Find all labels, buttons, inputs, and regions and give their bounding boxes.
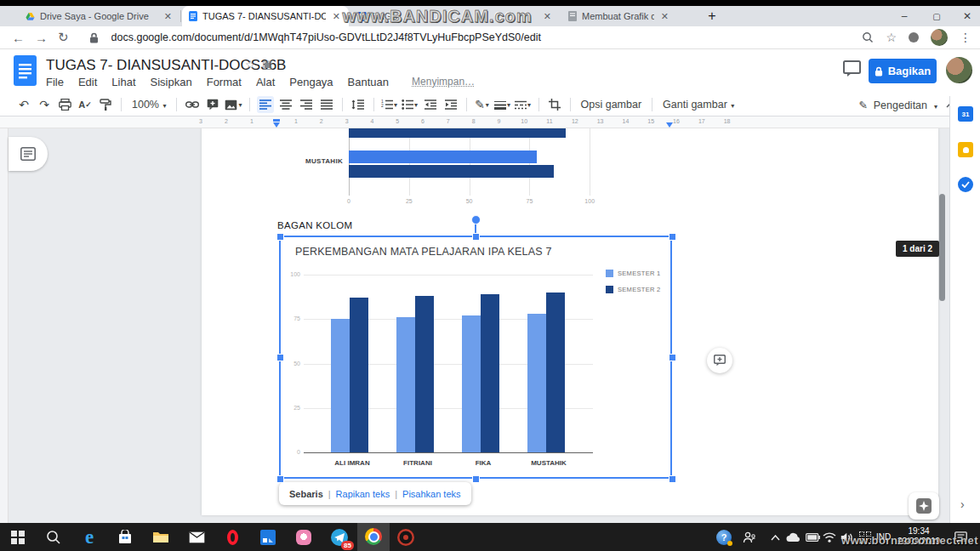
- align-left-icon[interactable]: [257, 96, 274, 113]
- menu-alat[interactable]: Alat: [256, 76, 275, 88]
- comment-icon[interactable]: [843, 60, 861, 77]
- store-icon[interactable]: [114, 526, 136, 548]
- selection-handle[interactable]: [276, 233, 284, 241]
- keep-icon[interactable]: [958, 142, 973, 157]
- restore-button[interactable]: ▢: [924, 7, 949, 26]
- share-button[interactable]: Bagikan: [869, 59, 937, 83]
- get-help-tray-icon[interactable]: ?: [713, 526, 735, 548]
- save-status[interactable]: Menyimpan…: [412, 76, 475, 88]
- border-weight-icon[interactable]: ▾: [494, 96, 511, 113]
- close-tab-icon[interactable]: ✕: [659, 11, 670, 22]
- add-comment-floating-button[interactable]: [707, 348, 732, 373]
- menu-format[interactable]: Format: [207, 76, 242, 88]
- selection-handle[interactable]: [276, 475, 284, 483]
- paint-format-icon[interactable]: [97, 96, 114, 113]
- selection-handle[interactable]: [669, 354, 676, 361]
- add-comment-icon[interactable]: [204, 96, 221, 113]
- menu-file[interactable]: File: [46, 76, 64, 88]
- selection-handle[interactable]: [276, 354, 284, 361]
- rotation-handle[interactable]: [471, 215, 481, 224]
- file-explorer-icon[interactable]: [150, 526, 172, 548]
- close-tab-icon[interactable]: ✕: [162, 11, 174, 22]
- insert-image-icon[interactable]: ▾: [225, 96, 242, 113]
- document-page[interactable]: 0255075100MUSTAHIK BAGAN KOLOM PERKEMBAN…: [202, 128, 938, 515]
- edge-icon[interactable]: e: [78, 526, 100, 548]
- bookmark-star-icon[interactable]: ☆: [886, 31, 897, 44]
- selected-chart-image[interactable]: PERKEMBANGAN MATA PELAJARAN IPA KELAS 71…: [279, 236, 672, 479]
- undo-icon[interactable]: ↶: [15, 96, 32, 113]
- left-indent-marker[interactable]: [273, 122, 280, 128]
- bandicam-record-icon[interactable]: [395, 526, 417, 548]
- back-icon[interactable]: ←: [12, 31, 25, 45]
- layout-wrap-option[interactable]: Rapikan teks: [336, 489, 390, 499]
- chrome-menu-icon[interactable]: ⋮: [960, 31, 971, 44]
- align-center-icon[interactable]: [277, 96, 294, 113]
- insert-link-icon[interactable]: [184, 96, 201, 113]
- decrease-indent-icon[interactable]: [422, 96, 439, 113]
- right-indent-marker[interactable]: [666, 122, 673, 128]
- calendar-icon[interactable]: 31: [958, 106, 973, 122]
- reload-icon[interactable]: ↻: [58, 30, 69, 45]
- selection-handle[interactable]: [669, 233, 676, 241]
- layout-break-option[interactable]: Pisahkan teks: [402, 489, 460, 499]
- selection-handle[interactable]: [669, 475, 676, 483]
- app-icon-pink[interactable]: [293, 526, 315, 548]
- forward-icon[interactable]: →: [35, 31, 48, 45]
- new-tab-button[interactable]: +: [699, 7, 725, 26]
- redo-icon[interactable]: ↷: [36, 96, 53, 113]
- line-spacing-icon[interactable]: [350, 96, 367, 113]
- layout-inline-option[interactable]: Sebaris: [289, 489, 323, 499]
- print-icon[interactable]: [56, 96, 73, 113]
- search-icon[interactable]: [43, 526, 65, 548]
- close-button[interactable]: ✕: [954, 7, 980, 26]
- document-canvas[interactable]: 0255075100MUSTAHIK BAGAN KOLOM PERKEMBAN…: [0, 128, 949, 523]
- image-options-button[interactable]: Opsi gambar: [581, 99, 642, 111]
- tasks-icon[interactable]: [958, 177, 973, 192]
- border-color-pen-icon[interactable]: ✎▾: [474, 96, 491, 113]
- numbered-list-icon[interactable]: 12▾: [381, 96, 398, 113]
- border-dash-icon[interactable]: ▾: [515, 96, 532, 113]
- zoom-icon[interactable]: [862, 31, 874, 43]
- screen: Drive Saya - Google Drive ✕ TUGAS 7- DIA…: [0, 0, 980, 551]
- menu-bantuan[interactable]: Bantuan: [348, 76, 389, 88]
- url-text[interactable]: docs.google.com/document/d/1MWqhT47piUso…: [111, 31, 857, 43]
- google-docs-icon[interactable]: [14, 55, 37, 86]
- show-outline-button[interactable]: [9, 137, 48, 171]
- mail-icon[interactable]: [185, 526, 208, 548]
- spellcheck-icon[interactable]: A✓: [77, 96, 94, 113]
- chart-caption-text[interactable]: BAGAN KOLOM: [277, 220, 352, 230]
- movies-tv-icon[interactable]: [257, 526, 279, 548]
- increase-indent-icon[interactable]: [442, 96, 459, 113]
- telegram-icon[interactable]: 85: [328, 526, 350, 548]
- tab-drive[interactable]: Drive Saya - Google Drive ✕: [19, 6, 180, 26]
- account-avatar[interactable]: [946, 57, 972, 83]
- replace-image-button[interactable]: Ganti gambar ▾: [663, 99, 734, 111]
- star-doc-icon[interactable]: ☆: [245, 58, 256, 71]
- first-line-indent-marker[interactable]: [273, 119, 280, 122]
- menu-edit[interactable]: Edit: [78, 76, 97, 88]
- opera-icon[interactable]: [221, 526, 243, 548]
- chrome-taskbar-active[interactable]: [357, 523, 390, 551]
- justify-icon[interactable]: [318, 96, 335, 113]
- people-tray-icon[interactable]: [738, 526, 761, 548]
- selection-handle[interactable]: [472, 475, 480, 483]
- zoom-select[interactable]: 100% ▾: [132, 99, 166, 111]
- vertical-scrollbar[interactable]: [939, 194, 945, 301]
- menu-lihat[interactable]: Lihat: [111, 76, 135, 88]
- horizontal-ruler[interactable]: 321123456789101112131415161718: [0, 116, 980, 128]
- move-folder-icon[interactable]: ▣: [262, 58, 272, 71]
- hide-side-panel-chevron[interactable]: ›: [960, 497, 965, 511]
- selection-handle[interactable]: [472, 233, 480, 241]
- crop-icon[interactable]: [546, 96, 563, 113]
- menu-pengaya[interactable]: Pengaya: [289, 76, 333, 88]
- menu-sisipkan[interactable]: Sisipkan: [151, 76, 192, 88]
- minimize-button[interactable]: –: [892, 7, 917, 26]
- profile-avatar[interactable]: [931, 29, 948, 46]
- editing-mode-select[interactable]: ✎ Pengeditan ▾: [858, 99, 937, 111]
- browser-tab-strip: Drive Saya - Google Drive ✕ TUGAS 7- DIA…: [0, 6, 980, 26]
- align-right-icon[interactable]: [298, 96, 315, 113]
- explore-button[interactable]: [909, 492, 939, 520]
- bulleted-list-icon[interactable]: ▾: [402, 96, 419, 113]
- start-button[interactable]: [7, 526, 29, 548]
- extension-icon[interactable]: [909, 32, 919, 43]
